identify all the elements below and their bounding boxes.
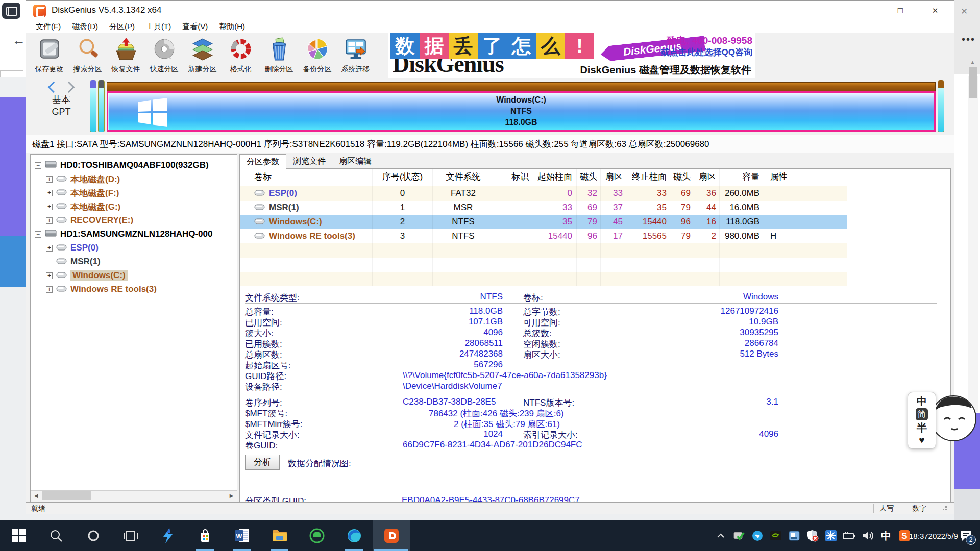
- tree-item-msr[interactable]: MSR(1): [46, 255, 101, 268]
- expand-icon[interactable]: [46, 286, 53, 293]
- collapse-icon[interactable]: [35, 231, 41, 238]
- tray-volume-icon[interactable]: [859, 520, 877, 551]
- notification-center-icon[interactable]: 2: [953, 520, 978, 551]
- prev-disk-icon[interactable]: [47, 82, 59, 93]
- tree-item-esp[interactable]: ESP(0): [46, 241, 99, 255]
- tree-item-local-d[interactable]: 本地磁盘(D:): [46, 172, 120, 186]
- tray-snowflake-icon[interactable]: [822, 520, 840, 551]
- tab-sector-edit[interactable]: 扇区编辑: [332, 154, 378, 169]
- taskbar-diskgenius-icon[interactable]: [373, 520, 410, 551]
- expand-icon[interactable]: [46, 190, 53, 196]
- detail-tabs: 分区参数 浏览文件 扇区编辑: [239, 154, 378, 169]
- taskbar: W 中 S 18:37 2022/5/9 2: [0, 520, 980, 551]
- table-row-windows-c[interactable]: Windows(C:) 2NTFS357945154409616118.0GB: [240, 215, 847, 229]
- taskbar-search-icon[interactable]: [37, 520, 75, 551]
- edge-browser-icon[interactable]: [335, 520, 373, 551]
- browser-tab-icon: [2, 3, 20, 19]
- tray-ime-indicator[interactable]: 中: [877, 520, 895, 551]
- file-explorer-icon[interactable]: [261, 520, 298, 551]
- expand-icon[interactable]: [46, 245, 53, 252]
- backup-partition-button[interactable]: 备份分区: [298, 34, 336, 77]
- menu-file[interactable]: 文件(F): [30, 22, 66, 32]
- partition-bar-windows-c[interactable]: Windows(C:) NTFS 118.0GB: [107, 91, 936, 132]
- table-row-esp[interactable]: ESP(0) 0FAT3203233336936260.0MB: [240, 186, 847, 201]
- disk-graph-strip: 基本 GPT Windows(C:) NTFS 118.0GB: [26, 78, 954, 135]
- cortana-icon[interactable]: [75, 520, 112, 551]
- expand-icon[interactable]: [46, 272, 53, 279]
- menu-help[interactable]: 帮助(H): [213, 22, 251, 32]
- tab-browse-files[interactable]: 浏览文件: [286, 154, 332, 169]
- new-partition-icon: [190, 37, 215, 63]
- tray-update-check-icon[interactable]: [730, 520, 748, 551]
- tree-horizontal-scrollbar[interactable]: [31, 490, 237, 502]
- ime-floating-widget[interactable]: 中 简 半 ♥: [908, 392, 936, 449]
- banner-tile: 怎: [507, 33, 536, 59]
- tray-intel-graphics-icon[interactable]: [785, 520, 803, 551]
- volume-icon: [56, 188, 67, 198]
- resize-grip[interactable]: [943, 509, 944, 510]
- ime-halfwidth-label[interactable]: 半: [917, 422, 927, 433]
- tree-item-local-f[interactable]: 本地磁盘(F:): [46, 186, 119, 199]
- new-partition-button[interactable]: 新建分区: [183, 34, 222, 77]
- recover-files-button[interactable]: 恢复文件: [107, 34, 145, 77]
- flash-app-icon[interactable]: [149, 520, 186, 551]
- tree-item-local-g[interactable]: 本地磁盘(G:): [46, 200, 120, 213]
- caps-indicator: 大写: [879, 504, 894, 513]
- expand-icon[interactable]: [46, 204, 53, 210]
- ad-banner[interactable]: DiskGenius 数 据 丢 了 怎 么 ! DiskGenius 致电: …: [388, 33, 755, 79]
- tree-item-recovery-e[interactable]: RECOVERY(E:): [46, 214, 133, 227]
- taskbar-clock[interactable]: 18:37 2022/5/9: [914, 520, 953, 551]
- partition-bar-winre[interactable]: [938, 80, 944, 132]
- minimize-button[interactable]: [849, 1, 882, 21]
- menu-view[interactable]: 查看(V): [177, 22, 213, 32]
- start-button[interactable]: [0, 520, 37, 551]
- microsoft-store-icon[interactable]: [186, 520, 224, 551]
- volume-details: 文件系统类型:NTFS卷标:Windows 总容量:118.0GB总字节数:12…: [245, 290, 924, 502]
- word-icon[interactable]: W: [224, 520, 261, 551]
- system-migrate-button[interactable]: 系统迁移: [336, 34, 375, 77]
- quick-partition-button[interactable]: 快速分区: [145, 34, 183, 77]
- tray-nvidia-icon[interactable]: [767, 520, 785, 551]
- menu-partition[interactable]: 分区(P): [104, 22, 140, 32]
- tree-item-hd0[interactable]: HD0:TOSHIBAMQ04ABF100(932GB): [35, 159, 209, 172]
- ie-browser-icon[interactable]: [298, 520, 335, 551]
- tab-partition-params[interactable]: 分区参数: [239, 154, 286, 169]
- table-row-winre[interactable]: Windows RE tools(3) 3NTFS154409617155657…: [240, 229, 847, 243]
- ime-simplified-label[interactable]: 简: [916, 408, 928, 420]
- heart-icon[interactable]: ♥: [919, 435, 924, 446]
- table-row-msr[interactable]: MSR(1) 1MSR33693735794416.0MB: [240, 201, 847, 215]
- tray-dingtalk-icon[interactable]: [748, 520, 767, 551]
- volume-icon: [56, 215, 67, 226]
- background-scrollbar: [968, 76, 978, 412]
- analyze-button[interactable]: 分析: [245, 455, 280, 470]
- table-empty-row: [240, 258, 847, 272]
- scroll-right-icon[interactable]: [226, 491, 237, 501]
- scrollbar-thumb[interactable]: [42, 491, 91, 500]
- tray-battery-icon[interactable]: [840, 520, 859, 551]
- maximize-button[interactable]: [884, 1, 917, 21]
- collapse-icon[interactable]: [35, 162, 41, 169]
- close-button[interactable]: [919, 1, 951, 21]
- delete-partition-button[interactable]: 删除分区: [260, 34, 298, 77]
- scroll-left-icon[interactable]: [31, 491, 41, 501]
- ime-chinese-label[interactable]: 中: [917, 395, 927, 407]
- task-view-icon[interactable]: [112, 520, 149, 551]
- volume-icon: [56, 284, 67, 294]
- tree-item-windows-c[interactable]: Windows(C:): [46, 269, 128, 282]
- tray-defender-icon[interactable]: [803, 520, 822, 551]
- title-bar[interactable]: DiskGenius V5.4.3.1342 x64: [26, 1, 954, 21]
- partition-bar-msr[interactable]: [98, 80, 105, 132]
- save-changes-button[interactable]: 保存更改: [30, 34, 68, 77]
- tray-chevron-up-icon[interactable]: [712, 520, 730, 551]
- tree-item-hd1[interactable]: HD1:SAMSUNGMZNLN128HAHQ-000: [35, 228, 213, 241]
- next-disk-icon[interactable]: [63, 82, 75, 93]
- search-partition-button[interactable]: 搜索分区: [68, 34, 107, 77]
- partition-bar-esp[interactable]: [90, 80, 96, 132]
- expand-icon[interactable]: [46, 176, 53, 183]
- tree-item-winre[interactable]: Windows RE tools(3): [46, 283, 157, 296]
- menu-tools[interactable]: 工具(T): [140, 22, 177, 32]
- menu-disk[interactable]: 磁盘(D): [66, 22, 104, 32]
- format-button[interactable]: 格式化: [222, 34, 260, 77]
- expand-icon[interactable]: [46, 217, 53, 224]
- banner-qq-link[interactable]: 或点击此处选择QQ咨询: [661, 46, 752, 58]
